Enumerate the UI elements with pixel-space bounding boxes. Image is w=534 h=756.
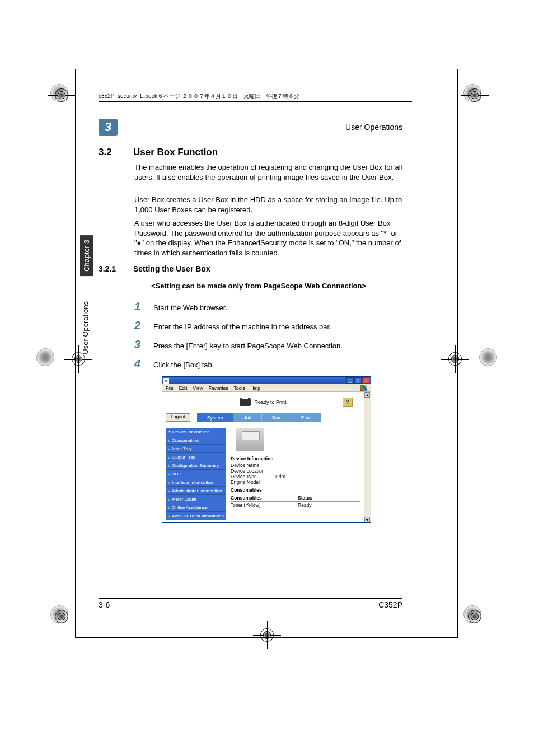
col-status: Status [298, 495, 360, 501]
side-tab-chapter: Chapter 3 [80, 235, 93, 276]
running-header: c352P_security_E.book 6 ページ ２００７年４月１０日 火… [99, 91, 412, 102]
footer: 3-6 C352P [99, 600, 402, 609]
paragraph: A user who accesses the User Box is auth… [134, 218, 403, 258]
sidebar-item[interactable]: Interface Information [166, 478, 226, 487]
device-panel: Device Information Device NameDevice Loc… [231, 428, 360, 520]
menu-tools[interactable]: Tools [234, 385, 245, 391]
menu-view[interactable]: View [193, 385, 203, 391]
titlebar: e _ □ × [162, 377, 371, 384]
step-number: 3 [134, 338, 143, 351]
browser-window: e _ □ × File Edit View Favorites Tools H… [162, 376, 371, 523]
step-number: 4 [134, 357, 143, 370]
sidebar: Device InformationConsumablesInput TrayO… [166, 428, 226, 520]
model-name: C352P [378, 600, 402, 609]
consumables-header: Consumables [231, 487, 360, 493]
menu-favorites[interactable]: Favorites [209, 385, 228, 391]
subsection-heading: 3.2.1 Setting the User Box [99, 264, 210, 273]
side-tab-title: User Operations [80, 297, 91, 359]
step-row: 4 Click the [Box] tab. [134, 357, 403, 370]
tab-job[interactable]: Job [233, 413, 262, 422]
logout-button[interactable]: Logout [166, 413, 190, 422]
scroll-up-icon[interactable]: ▲ [364, 392, 370, 398]
step-number: 2 [134, 319, 143, 332]
menu-edit[interactable]: Edit [179, 385, 188, 391]
sidebar-item[interactable]: Device Information [166, 428, 226, 436]
subsection-title: Setting the User Box [133, 264, 210, 273]
table-row: Toner (Yellow)Ready [231, 501, 360, 508]
tab-print[interactable]: Print [291, 413, 321, 422]
sidebar-item[interactable]: Administrator Information [166, 487, 226, 495]
device-info-row: Device Name [231, 463, 360, 468]
step-row: 3 Press the [Enter] key to start PageSco… [134, 338, 403, 351]
help-button[interactable]: ? [343, 398, 353, 407]
section-number: 3.2 [99, 147, 121, 158]
chapter-badge: 3 [99, 119, 118, 136]
page-number: 3-6 [99, 600, 110, 609]
step-text: Enter the IP address of the machine in t… [153, 323, 403, 331]
sidebar-item[interactable]: Configuration Summary [166, 461, 226, 470]
table-header: Consumables Status [231, 494, 360, 501]
step-text: Click the [Box] tab. [153, 361, 403, 369]
scroll-down-icon[interactable]: ▼ [364, 517, 370, 522]
device-info-row: Engine Model [231, 479, 360, 485]
paragraph: The machine enables the operation of reg… [134, 162, 403, 182]
close-button[interactable]: × [362, 377, 369, 384]
maximize-button[interactable]: □ [354, 377, 362, 384]
step-text: Press the [Enter] key to start PageScope… [153, 342, 403, 350]
menu-help[interactable]: Help [250, 385, 260, 391]
sidebar-item[interactable]: Online Assistance [166, 503, 226, 512]
device-info-header: Device Information [231, 456, 360, 461]
tab-system[interactable]: System [197, 413, 233, 422]
sidebar-item[interactable]: HDD [166, 470, 226, 478]
sidebar-item[interactable]: Meter Count [166, 495, 226, 503]
step-number: 1 [134, 300, 143, 313]
sidebar-item[interactable]: Consumables [166, 436, 226, 445]
step-row: 1 Start the Web browser. [134, 300, 403, 313]
printer-icon [240, 398, 251, 406]
scrollbar[interactable]: ▲ ▼ [364, 392, 371, 522]
paragraph: User Box creates a User Box in the HDD a… [134, 195, 403, 214]
device-info-row: Device TypePrint [231, 474, 360, 479]
menubar: File Edit View Favorites Tools Help [162, 384, 371, 392]
tabs-row: Logout System Job Box Print [162, 412, 364, 422]
status-row: Ready to Print ? [162, 392, 364, 412]
sidebar-item[interactable]: Account Track Information [166, 512, 226, 520]
printer-image [236, 428, 264, 451]
header-title: User Operations [345, 123, 402, 132]
app-icon: e [163, 378, 169, 384]
col-consumables: Consumables [231, 495, 298, 501]
minimize-button[interactable]: _ [346, 377, 354, 384]
footer-rule [99, 598, 402, 599]
section-heading: 3.2 User Box Function [99, 147, 218, 158]
windows-flag-icon [360, 385, 367, 391]
menu-file[interactable]: File [166, 385, 174, 391]
step-row: 2 Enter the IP address of the machine in… [134, 319, 403, 332]
step-text: Start the Web browser. [153, 304, 403, 312]
device-info-row: Device Location [231, 468, 360, 474]
setting-note: <Setting can be made only from PageScope… [151, 281, 403, 291]
status-text: Ready to Print [254, 399, 286, 405]
subsection-number: 3.2.1 [99, 264, 121, 273]
header-rule [99, 138, 402, 138]
page-header: 3 User Operations [99, 119, 402, 136]
sidebar-item[interactable]: Output Tray [166, 453, 226, 461]
tab-box[interactable]: Box [262, 413, 291, 422]
section-title: User Box Function [133, 147, 218, 158]
sidebar-item[interactable]: Input Tray [166, 445, 226, 453]
